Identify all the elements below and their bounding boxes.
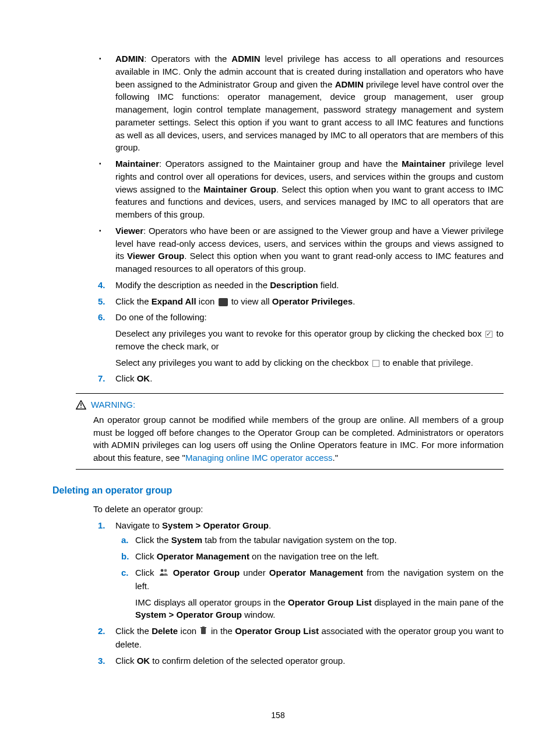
bullet-maintainer: Maintainer: Operators assigned to the Ma… xyxy=(115,158,504,221)
step-6-option-1: Deselect any privileges you want to revo… xyxy=(115,327,504,353)
delete-step-1b: b. Click Operator Management on the navi… xyxy=(135,550,504,563)
bullet-viewer: Viewer: Operators who have been or are a… xyxy=(115,225,504,275)
svg-point-3 xyxy=(164,569,167,572)
section-intro: To delete an operator group: xyxy=(93,503,504,516)
svg-rect-1 xyxy=(80,407,81,408)
expand-all-icon xyxy=(219,298,228,306)
unchecked-box-icon xyxy=(372,360,379,367)
svg-rect-0 xyxy=(80,403,81,406)
page-number: 158 xyxy=(0,709,556,721)
section-heading-deleting: Deleting an operator group xyxy=(52,484,504,497)
svg-point-2 xyxy=(160,569,163,572)
checked-box-icon xyxy=(485,331,492,338)
page: ADMIN: Operators with the ADMIN level pr… xyxy=(0,0,556,756)
deleting-steps: 1. Navigate to System > Operator Group. … xyxy=(93,519,504,667)
delete-step-1: 1. Navigate to System > Operator Group. … xyxy=(115,519,504,621)
delete-step-1c-note: IMC displays all operator groups in the … xyxy=(135,596,504,622)
step-6-option-2: Select any privileges you want to add by… xyxy=(115,356,504,369)
svg-rect-6 xyxy=(202,626,205,628)
warning-label: WARNING: xyxy=(91,398,135,411)
delete-step-2: 2. Click the Delete icon in the Operator… xyxy=(115,625,504,651)
numbered-steps: 4. Modify the description as needed in t… xyxy=(93,279,504,385)
bullet-section: ADMIN: Operators with the ADMIN level pr… xyxy=(93,52,504,275)
delete-step-3: 3. Click OK to confirm deletion of the s… xyxy=(115,654,504,667)
step-5: 5. Click the Expand All icon to view all… xyxy=(115,295,504,308)
warning-body: An operator group cannot be modified whi… xyxy=(93,414,504,464)
link-managing-online[interactable]: Managing online IMC operator access xyxy=(185,453,333,463)
step-7: 7. Click OK. xyxy=(115,372,504,385)
operator-group-icon xyxy=(159,567,168,580)
warning-icon xyxy=(76,400,86,410)
delete-step-1c: c. Click Operator Group under Operator M… xyxy=(135,566,504,621)
delete-step-1a: a. Click the System tab from the tabular… xyxy=(135,534,504,547)
bullet-admin: ADMIN: Operators with the ADMIN level pr… xyxy=(115,52,504,154)
warning-box: WARNING: An operator group cannot be mod… xyxy=(76,393,504,470)
svg-rect-4 xyxy=(201,628,206,634)
delete-icon xyxy=(200,625,207,638)
step-4: 4. Modify the description as needed in t… xyxy=(115,279,504,292)
step-6: 6. Do one of the following: Deselect any… xyxy=(115,311,504,369)
